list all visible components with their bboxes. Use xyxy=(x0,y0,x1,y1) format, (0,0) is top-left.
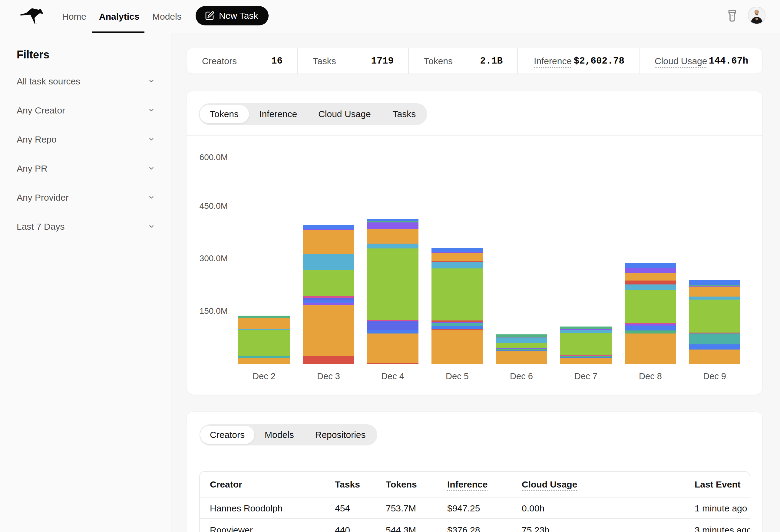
svg-text:Dec 7: Dec 7 xyxy=(574,371,597,381)
svg-text:450.0M: 450.0M xyxy=(200,201,228,211)
svg-text:Dec 4: Dec 4 xyxy=(381,371,404,381)
svg-text:Dec 3: Dec 3 xyxy=(317,371,340,381)
svg-text:Dec 6: Dec 6 xyxy=(510,371,533,381)
svg-text:Dec 2: Dec 2 xyxy=(252,371,276,381)
svg-text:Dec 9: Dec 9 xyxy=(703,371,726,381)
svg-text:600.0M: 600.0M xyxy=(200,153,228,162)
svg-text:150.0M: 150.0M xyxy=(200,306,228,316)
svg-text:300.0M: 300.0M xyxy=(200,254,228,263)
svg-text:Dec 8: Dec 8 xyxy=(639,371,662,381)
svg-text:Dec 5: Dec 5 xyxy=(446,371,469,381)
